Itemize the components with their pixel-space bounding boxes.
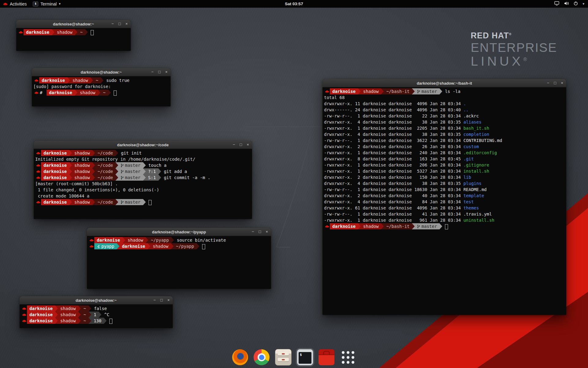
powerline-arrow: [75, 29, 77, 35]
minimize-button[interactable]: −: [233, 141, 235, 149]
minimize-button[interactable]: −: [151, 68, 154, 76]
power-icon[interactable]: [574, 1, 578, 6]
close-button[interactable]: ×: [125, 20, 128, 28]
prompt-seg-host: shadow: [58, 305, 78, 312]
prompt-seg-path: ~/code: [95, 162, 115, 168]
terminal-content[interactable]: darknoiseshadow~/bash-itmasterls -latota…: [322, 87, 566, 315]
registered-mark: ®: [509, 33, 512, 36]
titlebar[interactable]: darknoise@shadow:~ − □ ×: [16, 20, 131, 28]
prompt-seg-venv: pyapp: [94, 243, 117, 249]
terminal-output-line: drwxrwxr-x. 8 darknoise darknoise 163 Ja…: [324, 156, 566, 162]
prompt-seg-user: darknoise: [47, 90, 75, 96]
close-button[interactable]: ×: [266, 228, 268, 236]
terminal-content[interactable]: darknoiseshadow~falsedarknoiseshadow~1^C…: [20, 305, 173, 328]
maximize-button[interactable]: □: [160, 296, 163, 304]
powerline-arrow: [78, 305, 81, 312]
prompt-seg-host: shadow: [361, 223, 381, 229]
terminal-output-line: -rwxrwxr-x. 1 darknoise darknoise 2205 J…: [324, 125, 566, 131]
terminal-cursor: [445, 224, 448, 229]
app-menu[interactable]: $ Terminal ▾: [30, 0, 63, 8]
terminal-window-home-1[interactable]: darknoise@shadow:~ − □ × darknoiseshadow…: [16, 20, 131, 51]
drawer-slot: [278, 358, 289, 362]
volume-icon[interactable]: [564, 1, 569, 6]
prompt-seg-host: shadow: [125, 237, 146, 243]
maximize-button[interactable]: □: [158, 68, 161, 76]
redhat-icon: [18, 29, 24, 35]
powerline-arrow: [92, 150, 95, 156]
terminal-content[interactable]: darknoiseshadow~/codegit initInitialized…: [34, 149, 252, 219]
prompt-seg-host: shadow: [72, 150, 92, 156]
terminal-content[interactable]: darknoiseshadow~: [16, 28, 131, 51]
terminal-output-line: -rwxrwxr-x. 1 darknoise darknoise 206 Ja…: [324, 162, 566, 168]
titlebar[interactable]: darknoise@shadow:~/bash-it − □ ×: [322, 79, 566, 87]
activities-button[interactable]: Activities: [0, 0, 30, 8]
window-title: darknoise@shadow:~: [53, 22, 94, 26]
prompt-line: # darknoiseshadow~: [33, 90, 171, 96]
close-button[interactable]: ×: [165, 68, 168, 76]
powerline-arrow: [78, 312, 81, 318]
prompt-seg-host: shadow: [72, 168, 92, 174]
prompt-seg-host: shadow: [55, 29, 75, 35]
chevron-down-icon[interactable]: ▾: [582, 2, 584, 6]
terminal-window-bash-it[interactable]: darknoise@shadow:~/bash-it − □ × darknoi…: [322, 79, 566, 315]
minimize-button[interactable]: −: [547, 79, 549, 87]
chrome-icon[interactable]: [254, 349, 270, 365]
powerline-arrow: [89, 318, 91, 324]
terminal-content[interactable]: darknoiseshadow~sudo true[sudo] password…: [32, 76, 171, 106]
powerline-arrow: [115, 162, 118, 168]
terminal-window-sudo[interactable]: darknoise@shadow:~ − □ × darknoiseshadow…: [32, 68, 171, 106]
close-button[interactable]: ×: [247, 141, 249, 149]
redhat-icon: [89, 243, 94, 249]
titlebar[interactable]: darknoise@shadow:~/pyapp − □ ×: [87, 228, 271, 236]
clock[interactable]: Sat 03:57: [285, 2, 303, 6]
minimize-button[interactable]: −: [153, 296, 156, 304]
terminal-content[interactable]: darknoiseshadow~/pyappsource bin/activat…: [87, 236, 271, 289]
system-status-area[interactable]: ▾: [554, 0, 588, 8]
prompt-command: source bin/activate: [177, 238, 226, 243]
terminal-window-pyapp[interactable]: darknoise@shadow:~/pyapp − □ × darknoise…: [87, 228, 271, 289]
prompt-seg-host: shadow: [70, 77, 91, 83]
minimize-button[interactable]: −: [252, 228, 254, 236]
powerline-arrow: [148, 243, 150, 249]
prompt-line: darknoiseshadow~/codemastertouch a: [35, 162, 252, 168]
ls-filename: .: [463, 101, 466, 106]
prompt-seg-host: shadow: [58, 312, 78, 318]
powerline-arrow: [115, 168, 118, 174]
prompt-seg-branch: master: [415, 88, 439, 94]
minimize-button[interactable]: −: [111, 20, 114, 28]
terminal-output-line: -rw-rw-r--. 1 darknoise darknoise 22 Jan…: [324, 113, 566, 119]
terminal-window-code[interactable]: darknoise@shadow:~/code − □ × darknoises…: [34, 141, 252, 219]
drawer-slot: [278, 352, 289, 356]
terminal-output-line: drwxrwxr-x. 11 darknoise darknoise 4096 …: [324, 101, 566, 107]
titlebar[interactable]: darknoise@shadow:~ − □ ×: [32, 68, 171, 76]
toolbox-icon[interactable]: [318, 349, 334, 365]
files-icon[interactable]: [275, 349, 292, 366]
titlebar[interactable]: darknoise@shadow:~/code − □ ×: [34, 141, 252, 149]
maximize-button[interactable]: □: [240, 141, 242, 149]
close-button[interactable]: ×: [167, 296, 170, 304]
prompt-seg-path: ~/code: [95, 150, 115, 156]
prompt-seg-exit: 130: [91, 318, 104, 324]
maximize-button[interactable]: □: [259, 228, 261, 236]
powerline-arrow: [358, 223, 361, 229]
firefox-icon[interactable]: [232, 349, 248, 365]
titlebar[interactable]: darknoise@shadow:~ − □ ×: [20, 296, 173, 305]
app-grid-icon[interactable]: [340, 349, 356, 365]
close-button[interactable]: ×: [561, 79, 563, 87]
maximize-button[interactable]: □: [554, 79, 556, 87]
terminal-output-line: drwxrwxr-x. 61 darknoise darknoise 4096 …: [324, 205, 566, 211]
powerline-arrow: [101, 77, 104, 83]
display-icon[interactable]: [554, 1, 559, 7]
prompt-line: darknoiseshadow~/codemaster?:1git add a: [35, 168, 252, 174]
prompt-seg-path: ~: [93, 77, 100, 83]
terminal-output-line: drwxrwxr-x. 2 darknoise darknoise 40 Jan…: [324, 193, 566, 199]
redhat-icon: [35, 150, 41, 156]
terminal-dock-icon[interactable]: $: [297, 349, 313, 365]
terminal-output-line: -rw-rw-r--. 1 darknoise darknoise 41 Jan…: [324, 211, 566, 217]
prompt-seg-user: darknoise: [41, 199, 69, 205]
prompt-seg-branch: master: [118, 162, 143, 168]
powerline-arrow: [115, 150, 118, 156]
maximize-button[interactable]: □: [119, 20, 121, 28]
prompt-line: darknoiseshadow~/codemaster: [35, 199, 252, 205]
terminal-window-exit-codes[interactable]: darknoise@shadow:~ − □ × darknoiseshadow…: [20, 296, 173, 328]
